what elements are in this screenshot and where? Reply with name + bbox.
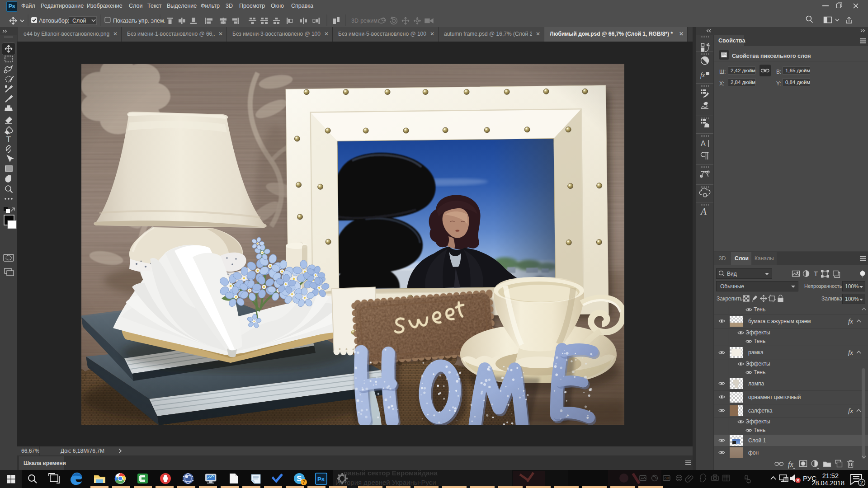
svg-text:28.04.2018: 28.04.2018	[811, 479, 844, 487]
svg-text:Автовыбор:: Автовыбор:	[39, 18, 69, 24]
svg-text:2: 2	[860, 480, 863, 485]
svg-text:T: T	[6, 135, 11, 144]
svg-text:7: 7	[302, 480, 305, 485]
svg-text:A: A	[700, 206, 707, 217]
svg-text:21:52: 21:52	[822, 472, 839, 479]
svg-text:fx: fx	[788, 460, 793, 469]
svg-text:История древней Украины-Руси: История древней Украины-Руси	[335, 479, 436, 486]
svg-text:равый сектор Евромайдана: равый сектор Евромайдана	[344, 470, 438, 477]
svg-text:A: A	[701, 140, 706, 147]
svg-text:fx: fx	[700, 72, 705, 79]
svg-text:T: T	[814, 270, 818, 277]
svg-text:Слой: Слой	[72, 18, 86, 24]
svg-text:Ps: Ps	[317, 476, 325, 483]
svg-text:3D-режим:: 3D-режим:	[351, 18, 379, 24]
svg-text:GIF: GIF	[665, 477, 670, 480]
svg-text:Показать упр. элем.: Показать упр. элем.	[113, 18, 165, 24]
